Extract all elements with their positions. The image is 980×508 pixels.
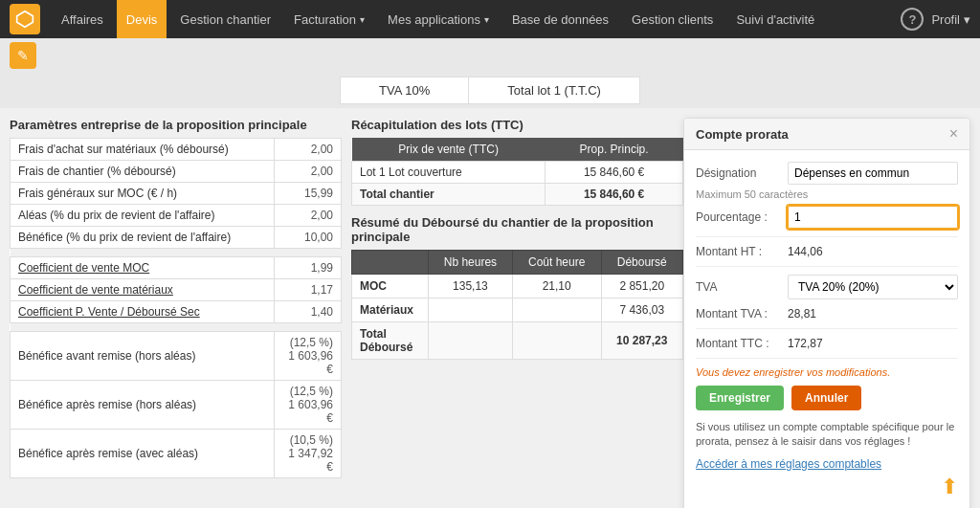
prorata-header: Compte prorata × bbox=[684, 119, 969, 150]
resume-col-0 bbox=[352, 251, 429, 275]
nav-gestion-chantier[interactable]: Gestion chantier bbox=[170, 0, 280, 38]
nav-affaires[interactable]: Affaires bbox=[52, 0, 113, 38]
nav-mes-applications[interactable]: Mes applications ▾ bbox=[378, 0, 499, 38]
profile-button[interactable]: Profil ▾ bbox=[931, 12, 970, 27]
params-title: Paramètres entreprise de la proposition … bbox=[10, 118, 342, 132]
divider bbox=[696, 358, 958, 359]
right-content: Récapitulation des lots (TTC) Prix de ve… bbox=[351, 118, 683, 508]
montant-ttc-label: Montant TTC : bbox=[696, 337, 782, 350]
param-label: Frais d'achat sur matériaux (% déboursé) bbox=[11, 139, 275, 161]
designation-input[interactable] bbox=[788, 162, 958, 185]
table-row: Aléas (% du prix de revient de l'affaire… bbox=[11, 205, 342, 227]
montant-ttc-row: Montant TTC : 172,87 bbox=[696, 337, 958, 350]
param-value: (12,5 %) 1 603,96 € bbox=[275, 381, 342, 430]
param-value: 2,00 bbox=[275, 161, 342, 183]
tva-label: TVA bbox=[696, 280, 782, 294]
table-row: Coefficient P. Vente / Déboursé Sec 1,40 bbox=[11, 301, 342, 323]
table-row: Coefficient de vente matériaux 1,17 bbox=[11, 279, 342, 301]
params-table: Frais d'achat sur matériaux (% déboursé)… bbox=[10, 138, 342, 478]
navbar: Affaires Devis Gestion chantier Facturat… bbox=[0, 0, 980, 38]
table-row: Lot 1 Lot couverture 15 846,60 € bbox=[352, 162, 683, 184]
tva-select[interactable]: TVA 20% (20%) bbox=[788, 275, 958, 299]
nav-devis[interactable]: Devis bbox=[117, 0, 167, 38]
prorata-close-button[interactable]: × bbox=[949, 126, 958, 142]
table-row: Frais généraux sur MOC (€ / h) 15,99 bbox=[11, 183, 342, 205]
nav-gestion-clients[interactable]: Gestion clients bbox=[622, 0, 723, 38]
montant-tva-row: Montant TVA : 28,81 bbox=[696, 307, 958, 320]
resume-total-cout bbox=[512, 322, 601, 360]
recap-title: Récapitulation des lots (TTC) bbox=[351, 118, 683, 132]
left-panel: Paramètres entreprise de la proposition … bbox=[10, 118, 351, 508]
param-value: 2,00 bbox=[275, 139, 342, 161]
param-value: 10,00 bbox=[275, 227, 342, 249]
resume-table: Nb heures Coût heure Déboursé MOC 135,13… bbox=[351, 250, 683, 360]
nav-base-donnees[interactable]: Base de données bbox=[502, 0, 618, 38]
resume-col-2: Coût heure bbox=[512, 251, 601, 275]
main-content: Paramètres entreprise de la proposition … bbox=[0, 108, 980, 508]
facturation-arrow: ▾ bbox=[360, 14, 365, 25]
help-button[interactable]: ? bbox=[901, 8, 924, 31]
pourcentage-label: Pourcentage : bbox=[696, 210, 782, 224]
table-row: Bénéfice après remise (hors aléas) (12,5… bbox=[11, 381, 342, 430]
char-limit: Maximum 50 caractères bbox=[696, 188, 958, 200]
annuler-button[interactable]: Annuler bbox=[791, 386, 861, 410]
prorata-link[interactable]: Accéder à mes réglages comptables bbox=[696, 457, 881, 471]
designation-label: Désignation bbox=[696, 166, 782, 180]
param-value: 1,40 bbox=[275, 301, 342, 323]
resume-cout-heure bbox=[512, 298, 601, 322]
divider bbox=[696, 328, 958, 329]
recap-table: Prix de vente (TTC) Prop. Princip. Lot 1… bbox=[351, 138, 683, 206]
prorata-body: Désignation Maximum 50 caractères Pource… bbox=[684, 150, 969, 508]
resume-cout-heure: 21,10 bbox=[512, 275, 601, 298]
table-row: Matériaux 7 436,03 bbox=[352, 298, 683, 322]
param-value: (10,5 %) 1 347,92 € bbox=[275, 430, 342, 478]
param-label: Frais de chantier (% déboursé) bbox=[11, 161, 275, 183]
resume-label: Matériaux bbox=[352, 298, 429, 322]
divider bbox=[696, 236, 958, 237]
table-row: Bénéfice avant remise (hors aléas) (12,5… bbox=[11, 332, 342, 381]
cursor-arrow-icon: ⬆︎ bbox=[941, 475, 958, 498]
param-label: Coefficient P. Vente / Déboursé Sec bbox=[11, 301, 275, 323]
tva-row: TVA TVA 20% (20%) bbox=[696, 275, 958, 299]
table-row-total: Total chantier 15 846,60 € bbox=[352, 184, 683, 206]
table-gap bbox=[11, 323, 342, 332]
btn-row: Enregistrer Annuler bbox=[696, 386, 958, 410]
param-value: 1,17 bbox=[275, 279, 342, 301]
prorata-panel: Compte prorata × Désignation Maximum 50 … bbox=[683, 118, 970, 508]
logo[interactable] bbox=[10, 4, 40, 34]
prorata-info: Si vous utilisez un compte comptable spé… bbox=[696, 420, 958, 450]
mes-applications-arrow: ▾ bbox=[484, 14, 489, 25]
divider bbox=[696, 266, 958, 267]
table-row: Frais d'achat sur matériaux (% déboursé)… bbox=[11, 139, 342, 161]
param-label: Coefficient de vente MOC bbox=[11, 257, 275, 279]
nav-facturation[interactable]: Facturation ▾ bbox=[284, 0, 374, 38]
tva-header: TVA 10% Total lot 1 (T.T.C) bbox=[0, 73, 980, 108]
resume-nb-heures bbox=[429, 298, 513, 322]
resume-total-label: Total Déboursé bbox=[352, 322, 429, 360]
param-label: Bénéfice après remise (avec aléas) bbox=[11, 430, 275, 478]
pourcentage-row: Pourcentage : bbox=[696, 206, 958, 229]
montant-ht-row: Montant HT : 144,06 bbox=[696, 245, 958, 258]
pourcentage-input[interactable] bbox=[788, 206, 958, 229]
param-value: (12,5 %) 1 603,96 € bbox=[275, 332, 342, 381]
table-gap bbox=[11, 249, 342, 257]
edit-button[interactable]: ✎ bbox=[10, 42, 36, 69]
table-row: MOC 135,13 21,10 2 851,20 bbox=[352, 275, 683, 298]
enregistrer-button[interactable]: Enregistrer bbox=[696, 386, 784, 410]
param-label: Coefficient de vente matériaux bbox=[11, 279, 275, 301]
param-label: Bénéfice avant remise (hors aléas) bbox=[11, 332, 275, 381]
param-label: Aléas (% du prix de revient de l'affaire… bbox=[11, 205, 275, 227]
recap-total-label: Total chantier bbox=[352, 184, 546, 206]
param-value: 2,00 bbox=[275, 205, 342, 227]
param-label: Bénéfice (% du prix de revient de l'affa… bbox=[11, 227, 275, 249]
navbar-right: ? Profil ▾ bbox=[901, 8, 970, 31]
resume-debourse: 7 436,03 bbox=[601, 298, 682, 322]
param-label: Bénéfice après remise (hors aléas) bbox=[11, 381, 275, 430]
table-row-total: Total Déboursé 10 287,23 bbox=[352, 322, 683, 360]
param-value: 1,99 bbox=[275, 257, 342, 279]
nav-suivi-activite[interactable]: Suivi d'activité bbox=[726, 0, 824, 38]
recap-col-label: Prix de vente (TTC) bbox=[352, 138, 546, 162]
montant-tva-value: 28,81 bbox=[788, 307, 816, 320]
resume-label: MOC bbox=[352, 275, 429, 298]
montant-tva-label: Montant TVA : bbox=[696, 307, 782, 320]
